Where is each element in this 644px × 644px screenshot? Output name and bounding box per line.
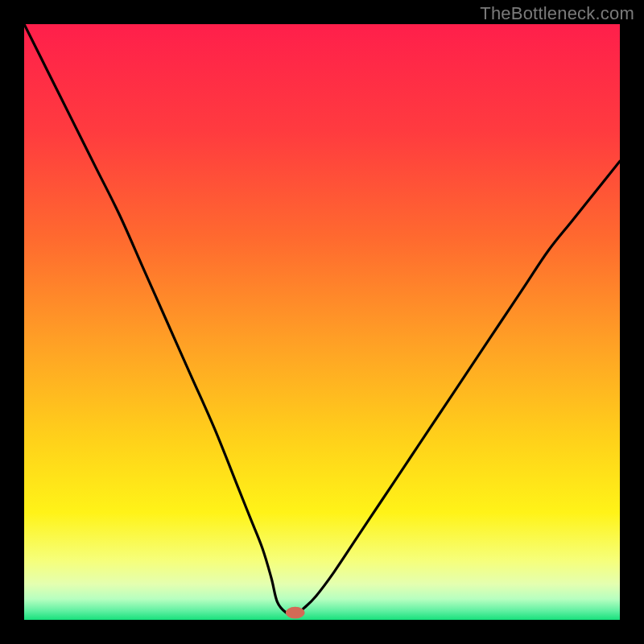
watermark-text: TheBottleneck.com (480, 3, 634, 24)
optimum-marker (286, 607, 305, 619)
plot-frame (24, 24, 620, 620)
chart-container: TheBottleneck.com (0, 0, 644, 644)
bottleneck-chart (24, 24, 620, 620)
gradient-background (24, 24, 620, 620)
